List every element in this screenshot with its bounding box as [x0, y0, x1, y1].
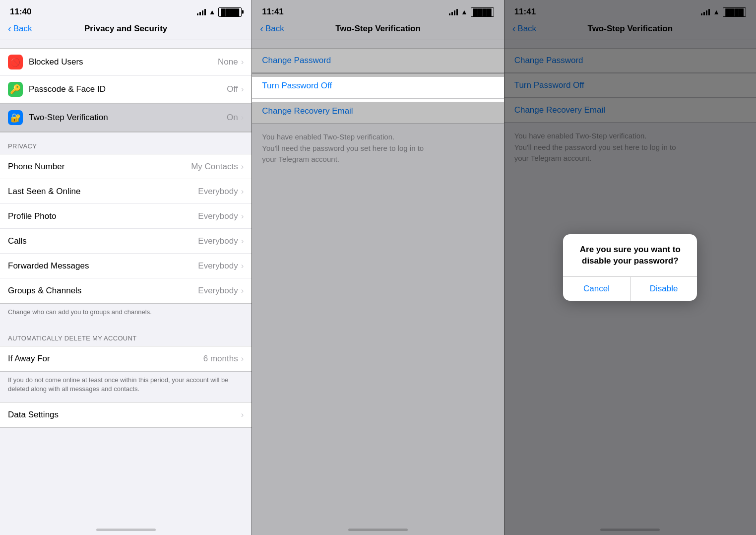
- alert-cancel-label: Cancel: [583, 284, 610, 293]
- phone-number-row[interactable]: Phone Number My Contacts ›: [0, 154, 252, 179]
- data-settings-label: Data Settings: [8, 410, 241, 420]
- panel-privacy-security: 11:40 ▲ ████ ‹ Back Privacy and Security…: [0, 0, 252, 535]
- forwarded-messages-label: Forwarded Messages: [8, 261, 198, 271]
- alert-cancel-button[interactable]: Cancel: [563, 277, 630, 301]
- panel2-content: Change Password Turn Password Off Change…: [252, 40, 504, 535]
- alert-disable-button[interactable]: Disable: [630, 277, 697, 301]
- blocked-users-icon: 🚫: [8, 55, 23, 69]
- calls-chevron: ›: [241, 236, 244, 246]
- auto-delete-header: AUTOMATICALLY DELETE MY ACCOUNT: [0, 325, 252, 346]
- blocked-users-chevron: ›: [241, 57, 244, 67]
- profile-photo-chevron: ›: [241, 211, 244, 221]
- panel1-content: 🚫 Blocked Users None › 🔑 Passcode & Face…: [0, 40, 252, 535]
- two-step-value: On: [227, 113, 238, 123]
- phone-number-value: My Contacts: [191, 162, 238, 172]
- last-seen-row[interactable]: Last Seen & Online Everybody ›: [0, 179, 252, 204]
- if-away-chevron: ›: [241, 354, 244, 364]
- signal-icon-2: [449, 8, 458, 15]
- alert-buttons-3: Cancel Disable: [563, 276, 697, 301]
- privacy-header: PRIVACY: [0, 133, 252, 154]
- two-step-label: Two-Step Verification: [29, 113, 227, 123]
- forwarded-messages-row[interactable]: Forwarded Messages Everybody ›: [0, 254, 252, 278]
- alert-title-3: Are you sure you want to disable your pa…: [563, 234, 697, 270]
- if-away-label: If Away For: [8, 354, 203, 364]
- signal-icon-1: [197, 8, 206, 15]
- profile-photo-row[interactable]: Profile Photo Everybody ›: [0, 204, 252, 229]
- auto-delete-list: If Away For 6 months ›: [0, 346, 252, 372]
- status-icons-2: ▲ ████: [449, 7, 494, 17]
- two-step-icon: 🔐: [8, 110, 23, 125]
- groups-channels-value: Everybody: [198, 286, 238, 296]
- nav-bar-1: ‹ Back Privacy and Security: [0, 21, 252, 40]
- forwarded-messages-value: Everybody: [198, 261, 238, 271]
- status-bar-1: 11:40 ▲ ████: [0, 0, 252, 21]
- status-time-2: 11:41: [262, 7, 283, 17]
- alert-container-3: Are you sure you want to disable your pa…: [504, 0, 756, 535]
- battery-icon-2: ████: [471, 7, 494, 17]
- groups-channels-chevron: ›: [241, 286, 244, 296]
- status-bar-2: 11:41 ▲ ████: [252, 0, 504, 21]
- change-password-row-2[interactable]: Change Password: [252, 48, 504, 73]
- data-settings-list: Data Settings ›: [0, 402, 252, 428]
- home-indicator-2: [348, 529, 408, 531]
- groups-channels-label: Groups & Channels: [8, 286, 198, 296]
- last-seen-chevron: ›: [241, 187, 244, 197]
- two-step-chevron: ›: [241, 113, 244, 123]
- auto-delete-footer: If you do not come online at least once …: [0, 372, 252, 401]
- passcode-label: Passcode & Face ID: [29, 84, 227, 94]
- profile-photo-value: Everybody: [198, 211, 238, 221]
- last-seen-value: Everybody: [198, 187, 238, 197]
- passcode-value: Off: [227, 84, 238, 94]
- groups-channels-row[interactable]: Groups & Channels Everybody ›: [0, 278, 252, 303]
- back-label-1: Back: [13, 24, 32, 34]
- nav-title-2: Two-Step Verification: [295, 24, 461, 34]
- passcode-row[interactable]: 🔑 Passcode & Face ID Off ›: [0, 76, 252, 103]
- calls-value: Everybody: [198, 236, 238, 246]
- calls-label: Calls: [8, 236, 198, 246]
- turn-password-off-label-2: Turn Password Off: [262, 81, 332, 90]
- profile-photo-label: Profile Photo: [8, 211, 198, 221]
- nav-bar-2: ‹ Back Two-Step Verification: [252, 21, 504, 40]
- data-settings-row[interactable]: Data Settings ›: [0, 402, 252, 427]
- back-label-2: Back: [265, 24, 284, 34]
- chevron-back-icon-1: ‹: [8, 23, 11, 33]
- passcode-chevron: ›: [241, 84, 244, 94]
- if-away-value: 6 months: [203, 354, 238, 364]
- change-recovery-row-2[interactable]: Change Recovery Email: [252, 99, 504, 124]
- if-away-row[interactable]: If Away For 6 months ›: [0, 346, 252, 371]
- blocked-users-label: Blocked Users: [29, 57, 218, 67]
- wifi-icon-1: ▲: [209, 8, 216, 16]
- last-seen-label: Last Seen & Online: [8, 187, 198, 197]
- change-recovery-label-2: Change Recovery Email: [262, 106, 353, 116]
- back-button-2[interactable]: ‹ Back: [260, 24, 295, 34]
- passcode-icon: 🔑: [8, 82, 23, 97]
- privacy-list: Phone Number My Contacts › Last Seen & O…: [0, 154, 252, 304]
- two-step-row[interactable]: 🔐 Two-Step Verification On ›: [0, 103, 252, 132]
- turn-password-off-row-2[interactable]: Turn Password Off: [252, 73, 504, 99]
- data-settings-chevron: ›: [241, 410, 244, 420]
- back-button-1[interactable]: ‹ Back: [8, 24, 43, 34]
- alert-box-3: Are you sure you want to disable your pa…: [563, 234, 697, 300]
- security-list: 🚫 Blocked Users None › 🔑 Passcode & Face…: [0, 48, 252, 133]
- chevron-back-icon-2: ‹: [260, 23, 263, 33]
- phone-number-label: Phone Number: [8, 162, 191, 172]
- status-time-1: 11:40: [10, 7, 31, 17]
- blocked-users-value: None: [218, 57, 238, 67]
- blocked-users-row[interactable]: 🚫 Blocked Users None ›: [0, 49, 252, 76]
- nav-title-1: Privacy and Security: [43, 24, 209, 34]
- alert-disable-label: Disable: [650, 284, 678, 293]
- change-password-label-2: Change Password: [262, 56, 331, 65]
- calls-row[interactable]: Calls Everybody ›: [0, 229, 252, 254]
- status-icons-1: ▲ ████: [197, 7, 242, 17]
- forwarded-messages-chevron: ›: [241, 261, 244, 271]
- tsv-description-2: You have enabled Two-Step verification. …: [252, 124, 504, 173]
- panel-two-step-2: 11:41 ▲ ████ ‹ Back Two-Step Verificatio…: [504, 0, 756, 535]
- panel-two-step-1: 11:41 ▲ ████ ‹ Back Two-Step Verificatio…: [252, 0, 504, 535]
- phone-number-chevron: ›: [241, 162, 244, 172]
- wifi-icon-2: ▲: [461, 8, 468, 16]
- home-indicator-1: [96, 529, 156, 531]
- privacy-footer: Change who can add you to groups and cha…: [0, 304, 252, 325]
- battery-icon-1: ████: [218, 7, 242, 17]
- home-indicator-3: [600, 529, 660, 531]
